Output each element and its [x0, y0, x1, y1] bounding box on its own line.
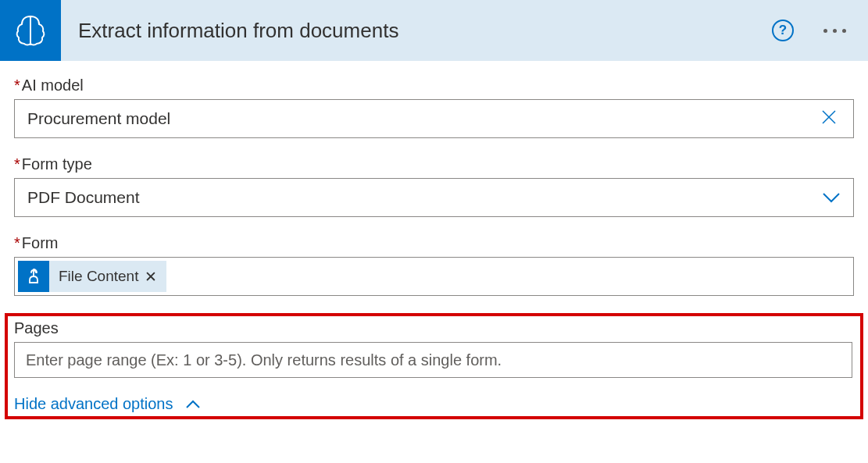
- chevron-down-icon[interactable]: [822, 192, 841, 203]
- ai-model-input[interactable]: Procurement model: [14, 99, 854, 138]
- form-label: *Form: [14, 234, 854, 252]
- page-title: Extract information from documents: [78, 19, 772, 43]
- form-type-select[interactable]: PDF Document: [14, 178, 854, 217]
- pages-label: Pages: [14, 319, 852, 337]
- form-content: *AI model Procurement model *Form type P…: [0, 61, 868, 427]
- pages-input[interactable]: [14, 342, 852, 378]
- clear-ai-model-icon[interactable]: [817, 107, 841, 131]
- highlight-box: Pages Hide advanced options: [5, 313, 863, 419]
- touch-icon: [18, 261, 49, 292]
- action-header: Extract information from documents ?: [0, 0, 868, 61]
- chevron-up-icon: [185, 395, 201, 413]
- form-type-value: PDF Document: [27, 188, 822, 207]
- field-pages: Pages: [14, 319, 852, 378]
- help-button[interactable]: ?: [772, 20, 794, 41]
- ai-model-value: Procurement model: [27, 109, 817, 128]
- brain-icon: [13, 12, 48, 48]
- action-icon: [0, 0, 61, 61]
- hide-advanced-link[interactable]: Hide advanced options: [14, 395, 201, 413]
- field-ai-model: *AI model Procurement model: [14, 77, 854, 138]
- field-form-type: *Form type PDF Document: [14, 155, 854, 217]
- more-button[interactable]: [817, 29, 852, 33]
- remove-token-icon[interactable]: ✕: [145, 268, 157, 286]
- form-input[interactable]: File Content ✕: [14, 257, 854, 296]
- form-type-label: *Form type: [14, 155, 854, 173]
- field-form: *Form File Content ✕: [14, 234, 854, 296]
- ai-model-label: *AI model: [14, 77, 854, 94]
- file-content-token[interactable]: File Content ✕: [18, 261, 166, 292]
- token-label: File Content: [59, 268, 138, 285]
